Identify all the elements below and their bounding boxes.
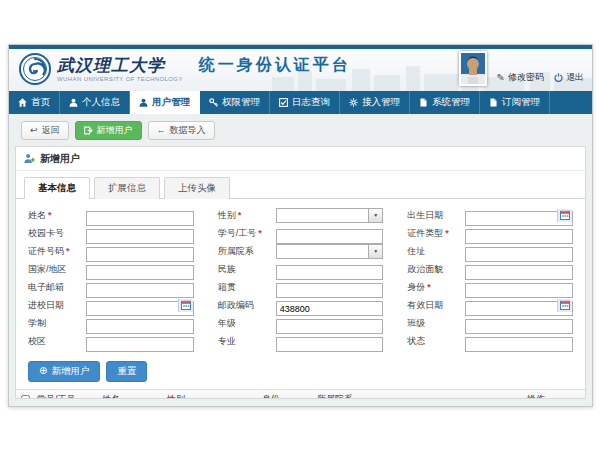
- submit-add-user-button[interactable]: ⊕ 新增用户: [28, 361, 100, 382]
- tab-upload-avatar[interactable]: 上传头像: [164, 177, 230, 199]
- form-field: 性别*▼: [218, 208, 384, 223]
- change-password-label: 修改密码: [508, 71, 544, 84]
- panel-title-row: 新增用户: [16, 147, 585, 171]
- form-field-label: 班级: [407, 317, 465, 330]
- form-actions: ⊕ 新增用户 重置: [16, 353, 585, 389]
- reset-button[interactable]: 重置: [106, 361, 147, 382]
- back-button-label: 返回: [42, 125, 60, 136]
- add-user-icon: [84, 126, 93, 135]
- text-input[interactable]: [86, 319, 194, 334]
- text-input[interactable]: [276, 283, 384, 298]
- logout-link[interactable]: 退出: [554, 71, 584, 84]
- required-marker: *: [445, 228, 449, 238]
- table-header-cell: 姓名: [99, 393, 164, 399]
- dropdown-arrow-icon: ▼: [368, 209, 382, 222]
- header-user-area: ✎ 修改密码 退出: [459, 51, 584, 86]
- nav-item-label: 订阅管理: [502, 96, 540, 109]
- form-field-label: 进校日期: [28, 299, 86, 312]
- text-input[interactable]: [86, 247, 194, 262]
- text-input[interactable]: [86, 283, 194, 298]
- back-button[interactable]: ↩ 返回: [21, 121, 69, 140]
- form-field: 进校日期: [28, 298, 194, 313]
- text-input[interactable]: [276, 319, 384, 334]
- form-field-label: 所属院系: [218, 245, 276, 258]
- required-marker: *: [427, 282, 431, 292]
- calendar-icon[interactable]: [178, 299, 193, 312]
- document-icon: [419, 98, 428, 107]
- data-import-button[interactable]: ← 数据导入: [148, 121, 215, 140]
- nav-item-6[interactable]: 系统管理: [410, 91, 480, 114]
- form-field-label: 姓名*: [28, 209, 86, 222]
- form-field: 年级: [218, 316, 384, 331]
- table-header-cell: 学号/工号: [34, 393, 99, 399]
- form-field-label: 证件类型*: [407, 227, 465, 240]
- form-field-label: 身份*: [407, 281, 465, 294]
- gear-icon: [349, 98, 358, 107]
- form-field: 政治面貌: [407, 262, 573, 277]
- text-input[interactable]: [465, 337, 573, 352]
- university-name-cn: 武汉理工大学: [57, 57, 183, 74]
- user-plus-icon: [24, 153, 35, 164]
- select-input[interactable]: ▼: [276, 208, 384, 223]
- brand: 武汉理工大学 WUHAN UNIVERSITY OF TECHNOLOGY 统一…: [19, 53, 351, 85]
- calendar-icon[interactable]: [557, 209, 572, 222]
- form-field-label: 出生日期: [407, 209, 465, 222]
- tab-extended-info[interactable]: 扩展信息: [94, 177, 160, 199]
- data-import-label: 数据导入: [170, 125, 206, 136]
- change-password-link[interactable]: ✎ 修改密码: [497, 71, 544, 84]
- tab-basic-info[interactable]: 基本信息: [24, 177, 90, 199]
- university-name-en: WUHAN UNIVERSITY OF TECHNOLOGY: [57, 76, 183, 82]
- nav-bar: 首页个人信息用户管理权限管理日志查询接入管理系统管理订阅管理: [9, 91, 592, 114]
- form-field: 有效日期: [407, 298, 573, 313]
- form-field: 出生日期: [407, 208, 573, 223]
- text-input[interactable]: [276, 337, 384, 352]
- key-icon: [209, 98, 218, 107]
- calendar-icon[interactable]: [557, 299, 572, 312]
- text-input[interactable]: [276, 265, 384, 280]
- text-input[interactable]: [86, 229, 194, 244]
- nav-item-2[interactable]: 用户管理: [130, 91, 200, 114]
- required-marker: *: [258, 228, 262, 238]
- nav-item-5[interactable]: 接入管理: [340, 91, 410, 114]
- nav-item-4[interactable]: 日志查询: [270, 91, 340, 114]
- form-field: 校区: [28, 334, 194, 349]
- nav-item-3[interactable]: 权限管理: [200, 91, 270, 114]
- form-field-label: 校园卡号: [28, 227, 86, 240]
- text-input[interactable]: [465, 247, 573, 262]
- nav-item-1[interactable]: 个人信息: [60, 91, 130, 114]
- text-input[interactable]: [86, 211, 194, 226]
- text-input[interactable]: [465, 319, 573, 334]
- form-field-label: 校区: [28, 335, 86, 348]
- user-form: 姓名*性别*▼出生日期校园卡号学号/工号*证件类型*证件号码*所属院系▼住址国家…: [16, 199, 585, 353]
- form-field: 籍贯: [218, 280, 384, 295]
- nav-item-label: 接入管理: [362, 96, 400, 109]
- form-field: 身份*: [407, 280, 573, 295]
- form-field-label: 证件号码*: [28, 245, 86, 258]
- log-check-icon: [279, 98, 288, 107]
- text-input[interactable]: [276, 301, 384, 316]
- table-header-cell: 所属院系: [314, 393, 524, 399]
- required-marker: *: [48, 210, 52, 220]
- document-icon: [489, 98, 498, 107]
- select-input[interactable]: ▼: [276, 244, 384, 259]
- form-field: 住址: [407, 244, 573, 259]
- nav-item-label: 系统管理: [432, 96, 470, 109]
- text-input[interactable]: [465, 229, 573, 244]
- user-icon: [69, 98, 78, 107]
- toolbar: ↩ 返回 新增用户 ← 数据导入: [9, 114, 592, 146]
- panel-tabs: 基本信息 扩展信息 上传头像: [16, 171, 585, 199]
- nav-item-7[interactable]: 订阅管理: [480, 91, 550, 114]
- text-input[interactable]: [86, 265, 194, 280]
- text-input[interactable]: [276, 229, 384, 244]
- user-avatar[interactable]: [459, 51, 487, 86]
- form-field-label: 性别*: [218, 209, 276, 222]
- text-input[interactable]: [465, 265, 573, 280]
- select-all-checkbox[interactable]: [21, 395, 30, 399]
- text-input[interactable]: [86, 337, 194, 352]
- university-logo: [19, 53, 51, 85]
- add-user-toolbar-button[interactable]: 新增用户: [75, 121, 142, 140]
- table-header-cell: 性别: [164, 393, 259, 399]
- text-input[interactable]: [465, 283, 573, 298]
- form-field: 学制: [28, 316, 194, 331]
- nav-item-0[interactable]: 首页: [9, 91, 60, 114]
